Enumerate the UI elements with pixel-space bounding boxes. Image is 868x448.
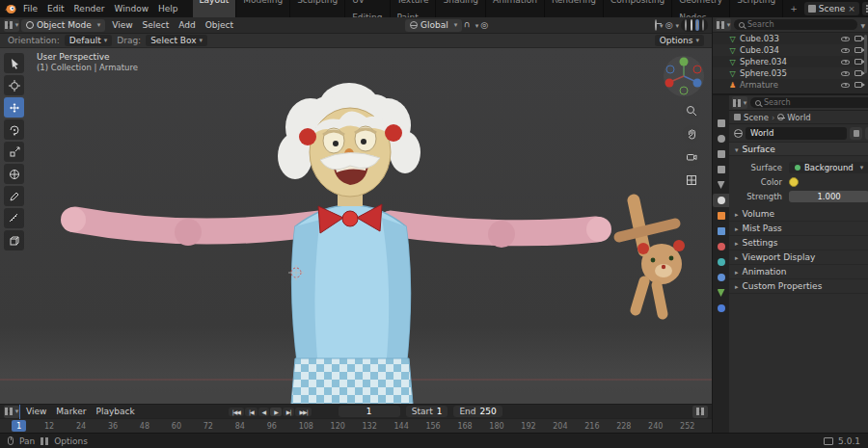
annotate-tool-button[interactable] [4, 186, 24, 206]
collapsed-panel-header[interactable]: Custom Properties [729, 279, 868, 294]
outliner-row[interactable]: Sphere.034 [713, 56, 868, 67]
outliner-editor-type-icon[interactable] [716, 18, 731, 31]
filter-funnel-icon[interactable] [860, 20, 865, 30]
viewport-menu-item[interactable]: Select [138, 17, 175, 34]
collapsed-panel-header[interactable]: Animation [729, 265, 868, 279]
outliner-row[interactable]: Armature [713, 79, 868, 91]
menu-item[interactable]: Help [153, 0, 183, 17]
solid-shading-button[interactable] [690, 19, 693, 31]
current-frame-field[interactable]: 1 [339, 406, 400, 417]
menu-item[interactable]: Render [69, 0, 110, 17]
timeline-menu-item[interactable]: Playback [91, 404, 139, 420]
timeline-menu-item[interactable]: View [21, 404, 51, 420]
outliner-row[interactable]: Cube.033 [713, 33, 868, 44]
ortho-grid-icon[interactable] [683, 171, 700, 189]
prev-keyframe-button[interactable] [245, 408, 258, 416]
add-cube-tool-button[interactable] [4, 230, 24, 250]
menu-item[interactable]: Edit [42, 0, 68, 17]
scene-selector[interactable]: Scene [804, 2, 859, 15]
visibility-dropdown[interactable] [655, 20, 664, 30]
fake-user-shield-button[interactable] [850, 127, 862, 140]
material-preview-button[interactable] [695, 19, 699, 31]
data-tab-icon[interactable] [713, 286, 729, 300]
constraints-tab-icon[interactable] [713, 271, 729, 284]
physics-tab-icon[interactable] [713, 255, 729, 269]
viewport-menu-item[interactable]: Object [201, 17, 238, 34]
object-tab-icon[interactable] [713, 209, 729, 223]
snap-target-dropdown[interactable] [473, 20, 479, 30]
timeline-editor-type-icon[interactable] [4, 406, 19, 418]
jump-to-start-button[interactable] [229, 408, 244, 416]
viewlayer-selector[interactable]: ViewLayer [862, 2, 868, 15]
hide-viewport-eye-icon[interactable] [841, 37, 850, 41]
transform-tool-button[interactable] [4, 164, 24, 184]
disable-render-camera-icon[interactable] [854, 59, 862, 65]
viewlayer-tab-icon[interactable] [713, 163, 729, 176]
rendered-shading-button[interactable] [701, 19, 705, 31]
viewport-3d[interactable]: User Perspective (1) Collection | Armatu… [0, 48, 712, 404]
frame-end-field[interactable]: End 250 [453, 406, 502, 417]
rotate-tool-button[interactable] [4, 119, 24, 140]
properties-search-input[interactable] [764, 98, 868, 107]
orientation-setting-dropdown[interactable]: Default [65, 35, 112, 46]
blender-logo-icon[interactable] [4, 3, 16, 15]
drag-setting-dropdown[interactable]: Select Box [146, 35, 207, 46]
move-tool-button[interactable] [4, 97, 24, 118]
jump-to-end-button[interactable] [295, 408, 311, 416]
next-keyframe-button[interactable] [283, 408, 295, 416]
disable-render-camera-icon[interactable] [854, 36, 862, 41]
select-box-tool-button[interactable] [4, 53, 24, 73]
hide-viewport-eye-icon[interactable] [841, 48, 850, 53]
scale-tool-button[interactable] [4, 142, 24, 162]
pan-hand-icon[interactable] [683, 125, 700, 143]
wireframe-shading-button[interactable] [684, 19, 688, 31]
breadcrumb-scene[interactable]: Scene [744, 113, 769, 122]
background-shader-dropdown[interactable]: Background [789, 162, 868, 173]
proportional-edit-icon[interactable] [480, 20, 488, 30]
world-name-input[interactable] [750, 128, 842, 138]
strength-slider[interactable]: 1.000 [789, 191, 868, 202]
editor-type-icon[interactable] [4, 19, 19, 32]
transform-orientation-dropdown[interactable]: Global [405, 19, 462, 32]
scene-tab-icon[interactable] [713, 178, 729, 192]
frame-start-field[interactable]: Start 1 [406, 406, 448, 417]
hide-viewport-eye-icon[interactable] [841, 71, 850, 76]
material-tab-icon[interactable] [713, 302, 729, 315]
viewport-menu-item[interactable]: Add [174, 17, 200, 34]
add-workspace-button[interactable]: + [785, 0, 802, 17]
disable-render-camera-icon[interactable] [854, 82, 862, 88]
viewport-menu-item[interactable]: View [107, 17, 137, 34]
output-tab-icon[interactable] [713, 147, 729, 161]
outliner-scrollbar[interactable] [864, 35, 867, 73]
options-dropdown[interactable]: Options [655, 35, 704, 46]
unlink-scene-icon[interactable] [848, 4, 855, 13]
hide-viewport-eye-icon[interactable] [841, 83, 850, 88]
collapsed-panel-header[interactable]: Volume [729, 207, 868, 222]
timeline-ruler[interactable]: 1224364860728496108120132144156168180192… [0, 418, 712, 433]
breadcrumb-world[interactable]: World [787, 113, 810, 122]
measure-tool-button[interactable] [4, 208, 24, 228]
collapsed-panel-header[interactable]: Mist Pass [729, 222, 868, 236]
overlays-dropdown[interactable] [665, 20, 679, 30]
world-name-field[interactable] [746, 127, 847, 140]
render-tab-icon[interactable] [713, 132, 729, 145]
timeline-menu-item[interactable]: Marker [51, 404, 91, 420]
outliner-row[interactable]: Cube.034 [713, 44, 868, 56]
world-color-swatch[interactable] [789, 177, 799, 187]
collapsed-panel-header[interactable]: Settings [729, 236, 868, 250]
outliner-search-input[interactable] [747, 20, 853, 29]
collapsed-panel-header[interactable]: Viewport Display [729, 250, 868, 265]
particles-tab-icon[interactable] [713, 240, 729, 253]
play-reverse-button[interactable] [258, 408, 270, 416]
outliner-search[interactable] [734, 19, 857, 30]
surface-panel-header[interactable]: Surface [729, 142, 868, 156]
timeline-options-icon[interactable] [692, 406, 708, 418]
snap-magnet-icon[interactable] [464, 20, 471, 30]
disable-render-camera-icon[interactable] [854, 70, 862, 76]
modifiers-tab-icon[interactable] [713, 224, 729, 238]
menu-item[interactable]: Window [110, 0, 154, 17]
mode-dropdown[interactable]: Object Mode [21, 19, 105, 32]
play-button[interactable] [270, 408, 282, 416]
outliner-row[interactable]: Sphere.035 [713, 67, 868, 79]
camera-view-icon[interactable] [683, 148, 700, 166]
